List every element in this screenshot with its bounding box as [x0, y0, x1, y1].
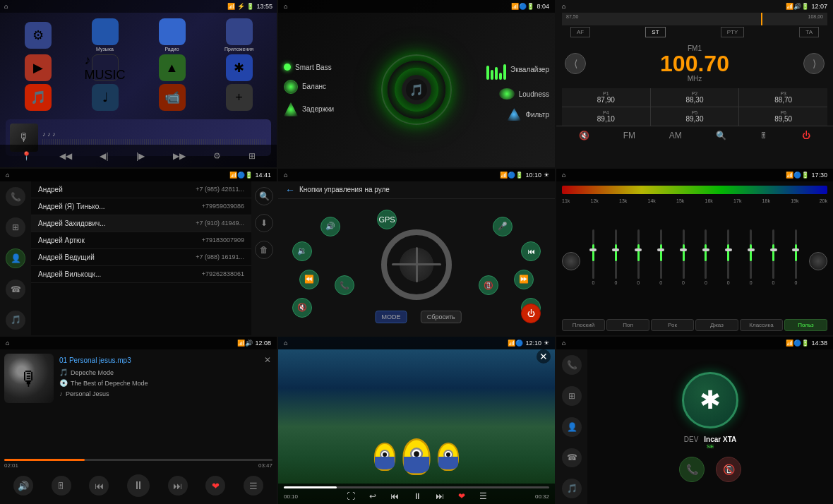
prev-btn[interactable]: ◀◀ — [59, 151, 72, 161]
app-radio[interactable]: Радио — [140, 18, 204, 52]
close-video-icon[interactable]: ✕ — [537, 349, 551, 364]
bt-sidebar-music[interactable]: 🎵 — [562, 479, 582, 498]
video-playlist-btn[interactable]: ☰ — [479, 491, 487, 501]
delay-item[interactable]: Задержки — [284, 102, 364, 116]
prev-ctrl[interactable]: ⏮ — [89, 476, 109, 496]
next-btn[interactable]: ▶▶ — [173, 151, 186, 161]
next-track-btn[interactable]: |▶ — [136, 151, 145, 161]
slider-18k[interactable]: 0 — [750, 229, 753, 293]
video-play-btn[interactable]: ⏸ — [413, 491, 421, 501]
filter-item[interactable]: Фильтр — [507, 108, 549, 121]
preset-p5[interactable]: P5 89,30 — [651, 107, 739, 126]
player-progress[interactable]: 02:01 03:47 — [4, 459, 272, 469]
bt-call-btn[interactable]: 📞 — [679, 457, 705, 482]
slider-17k[interactable]: 0 — [727, 229, 730, 293]
favorite-ctrl[interactable]: ❤ — [205, 476, 225, 496]
sidebar-icon-contacts[interactable]: 👤 — [6, 248, 25, 268]
search-icon[interactable]: 🔍 — [716, 131, 726, 140]
delete-btn[interactable]: 🗑 — [255, 241, 273, 259]
app-bt[interactable]: ✱ — [207, 54, 271, 81]
prev-track-btn[interactable]: ◀| — [100, 151, 108, 161]
app-settings[interactable]: ⚙ — [6, 18, 70, 52]
player-close-btn[interactable]: ✕ — [264, 355, 271, 365]
am-btn[interactable]: AM — [669, 131, 682, 140]
prev-media-btn[interactable]: ⏮ — [521, 241, 541, 261]
slider-13k[interactable]: 0 — [637, 229, 640, 293]
reset-button[interactable]: Сбросить — [421, 311, 462, 323]
video-next-btn[interactable]: ⏭ — [436, 491, 444, 501]
playlist-ctrl[interactable]: ☰ — [244, 476, 263, 496]
vol-up-btn[interactable]: 🔊 — [320, 217, 340, 236]
radio-prev-btn[interactable]: ⟨ — [565, 53, 586, 74]
app-plus[interactable]: + — [207, 84, 271, 111]
contact-4[interactable]: Андрей Артюк +79183007909 — [31, 232, 251, 249]
fwd-media-btn[interactable]: ⏩ — [514, 270, 534, 289]
bt-sidebar-phone[interactable]: 📞 — [562, 355, 582, 375]
download-btn[interactable]: ⬇ — [255, 214, 273, 232]
preset-flat[interactable]: Плоский — [562, 319, 605, 331]
video-close-btn[interactable]: ✕ — [537, 349, 551, 364]
play-ctrl[interactable]: ⏸ — [127, 474, 150, 497]
app-note[interactable]: ♩ — [73, 84, 137, 111]
slider-20k[interactable]: 0 — [795, 229, 798, 293]
contact-1[interactable]: Андрей +7 (985) 42811... — [31, 181, 251, 198]
slider-19k[interactable]: 0 — [772, 229, 775, 293]
volume-ctrl[interactable]: 🔊 — [13, 476, 33, 496]
sidebar-icon-music[interactable]: 🎵 — [6, 311, 25, 330]
sidebar-icon-phone[interactable]: 📞 — [6, 187, 25, 207]
mute-icon[interactable]: 🔇 — [579, 131, 589, 140]
app-music2[interactable]: ♪ MUSIC — [73, 54, 137, 81]
preset-rock[interactable]: Рок — [651, 319, 694, 331]
sidebar-icon-grid[interactable]: ⊞ — [6, 217, 25, 237]
ta-btn[interactable]: TA — [799, 27, 819, 37]
app-camera[interactable]: 🎵 — [6, 84, 70, 111]
bt-sidebar-contacts[interactable]: 👤 — [562, 417, 582, 437]
slider-16k[interactable]: 0 — [705, 229, 707, 293]
bt-end-btn[interactable]: 📵 — [716, 457, 741, 482]
back-media-btn[interactable]: ⏪ — [299, 270, 319, 289]
mic-btn[interactable]: 🎤 — [493, 217, 513, 236]
preset-p4[interactable]: P4 89,10 — [562, 107, 650, 126]
pty-btn[interactable]: PTY — [721, 27, 745, 37]
call-end-btn[interactable]: 📵 — [479, 275, 498, 295]
app-music[interactable]: Музыка — [73, 18, 137, 52]
vol-down-btn[interactable]: 🔉 — [292, 241, 312, 261]
eq-item[interactable]: Эквалайзер — [486, 59, 549, 80]
video-rotate-icon[interactable]: ↩ — [369, 491, 376, 501]
app-nav[interactable]: ▲ — [140, 54, 204, 81]
loudness-item[interactable]: Loudness — [499, 88, 549, 100]
app-apps[interactable]: Приложения — [207, 18, 271, 52]
video-screen[interactable]: ✕ — [278, 337, 555, 504]
call-accept-btn[interactable]: 📞 — [335, 275, 354, 295]
search-contacts-btn[interactable]: 🔍 — [255, 187, 273, 205]
preset-pop[interactable]: Поп — [606, 319, 649, 331]
power-icon[interactable]: ⏻ — [802, 131, 810, 140]
contact-2[interactable]: Андрей (Я) Тинько... +79959039086 — [31, 198, 251, 215]
preset-custom[interactable]: Польз — [784, 319, 827, 331]
preset-p3[interactable]: P3 88,70 — [739, 88, 827, 107]
grid-icon-bottom[interactable]: ⊞ — [248, 151, 256, 161]
bt-sidebar-call[interactable]: ☎ — [562, 448, 582, 468]
video-fullscreen-icon[interactable]: ⛶ — [347, 491, 355, 501]
back-btn[interactable]: ← — [285, 184, 295, 196]
eq-icon[interactable]: 🎚 — [760, 131, 768, 140]
mode-button[interactable]: MODE — [376, 311, 407, 323]
radio-next-btn[interactable]: ⟩ — [803, 53, 825, 74]
preset-p2[interactable]: P2 88,30 — [651, 88, 739, 107]
power-btn-steering[interactable]: ⏻ — [521, 304, 541, 323]
sidebar-icon-call[interactable]: ☎ — [6, 280, 25, 299]
bt-sidebar-grid[interactable]: ⊞ — [562, 386, 582, 406]
preset-jazz[interactable]: Джаз — [695, 319, 738, 331]
af-btn[interactable]: AF — [570, 27, 590, 37]
next-ctrl[interactable]: ⏭ — [168, 476, 188, 496]
slider-14k[interactable]: 0 — [659, 229, 662, 293]
eq-ctrl[interactable]: 🎚 — [52, 476, 71, 496]
contact-3[interactable]: Андрей Захидович... +7 (910) 41949... — [31, 215, 251, 232]
smart-bass-item[interactable]: Smart Bass — [284, 64, 364, 71]
contact-6[interactable]: Андрей Вилькоцк... +79262838061 — [31, 266, 251, 283]
balance-item[interactable]: Баланс — [284, 80, 364, 94]
app-video2[interactable]: 📹 — [140, 84, 204, 111]
gps-btn[interactable]: GPS — [377, 210, 397, 229]
settings-icon-bottom[interactable]: ⚙ — [213, 151, 221, 161]
contact-5[interactable]: Андрей Ведущий +7 (988) 16191... — [31, 249, 251, 266]
